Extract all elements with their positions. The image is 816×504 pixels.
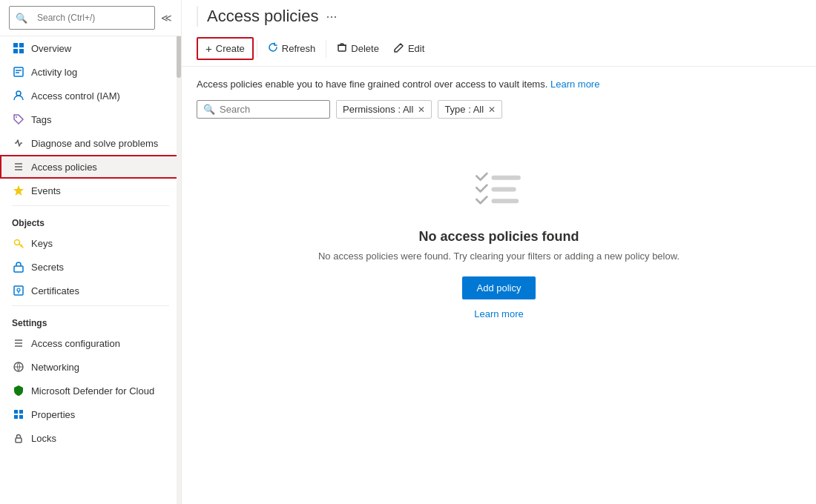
svg-rect-23 — [14, 415, 18, 419]
svg-point-15 — [17, 288, 20, 291]
sidebar-item-label-secrets: Secrets — [31, 262, 64, 273]
sidebar-item-locks[interactable]: Locks — [0, 426, 181, 450]
sidebar-item-access-policies[interactable]: Access policies — [0, 155, 181, 179]
tags-icon — [12, 113, 25, 126]
svg-rect-2 — [13, 49, 18, 53]
filter-search-input[interactable] — [220, 104, 323, 115]
diagnose-icon — [12, 136, 25, 150]
edit-label: Edit — [408, 43, 424, 54]
sidebar-item-overview[interactable]: Overview — [0, 36, 181, 60]
page-title-row: Access policies ··· — [197, 6, 801, 27]
add-policy-button[interactable]: Add policy — [462, 276, 536, 299]
sidebar-search-input[interactable] — [31, 10, 148, 26]
locks-icon — [12, 431, 25, 445]
info-text: Access policies enable you to have fine … — [197, 79, 801, 90]
sidebar-item-secrets[interactable]: Secrets — [0, 255, 181, 279]
svg-rect-14 — [14, 286, 23, 295]
sidebar-item-label-overview: Overview — [31, 43, 71, 54]
empty-state-subtitle: No access policies were found. Try clear… — [318, 251, 680, 262]
sidebar-scrollbar[interactable] — [177, 30, 181, 504]
sidebar-search-container: 🔍 ≪ — [0, 0, 181, 36]
svg-rect-13 — [14, 266, 23, 272]
page-title: Access policies — [207, 7, 318, 26]
page-title-divider — [197, 6, 198, 27]
svg-rect-1 — [19, 43, 24, 47]
sidebar-item-activity-log[interactable]: Activity log — [0, 60, 181, 84]
content-body: Access policies enable you to have fine … — [182, 67, 816, 504]
refresh-label: Refresh — [282, 43, 316, 54]
sidebar-item-properties[interactable]: Properties — [0, 402, 181, 426]
sidebar-item-label-certificates: Certificates — [31, 285, 79, 296]
svg-rect-25 — [16, 438, 22, 442]
svg-rect-26 — [338, 45, 346, 51]
svg-point-7 — [16, 91, 21, 96]
sidebar-item-defender[interactable]: Microsoft Defender for Cloud — [0, 379, 181, 402]
page-header: Access policies ··· + Create Refresh — [182, 0, 816, 67]
refresh-button[interactable]: Refresh — [260, 39, 323, 59]
sidebar-collapse-button[interactable]: ≪ — [161, 12, 172, 24]
svg-rect-24 — [19, 415, 23, 419]
create-label: Create — [216, 43, 245, 54]
overview-icon — [12, 42, 25, 55]
create-button[interactable]: + Create — [197, 37, 254, 60]
sidebar-item-keys[interactable]: Keys — [0, 231, 181, 255]
svg-rect-0 — [13, 43, 18, 47]
refresh-icon — [268, 42, 278, 55]
filter-tag-permissions: Permissions : All ✕ — [336, 100, 432, 119]
sidebar-item-tags[interactable]: Tags — [0, 107, 181, 131]
sidebar-item-events[interactable]: Events — [0, 179, 181, 202]
svg-point-8 — [16, 116, 17, 118]
activity-log-icon — [12, 65, 25, 79]
create-icon: + — [205, 42, 212, 55]
toolbar-separator-1 — [257, 40, 257, 58]
sidebar-item-label-locks: Locks — [31, 433, 56, 444]
networking-icon — [12, 360, 25, 374]
properties-icon — [12, 408, 25, 421]
sidebar-item-label-activity-log: Activity log — [31, 67, 77, 78]
delete-button[interactable]: Delete — [329, 39, 386, 59]
delete-label: Delete — [351, 43, 379, 54]
filter-permissions-close[interactable]: ✕ — [418, 105, 425, 114]
filter-permissions-label: Permissions : All — [343, 104, 413, 115]
sidebar-item-label-defender: Microsoft Defender for Cloud — [31, 385, 154, 397]
filter-bar: 🔍 Permissions : All ✕ Type : All ✕ — [197, 100, 801, 119]
sidebar-search-icon: 🔍 — [16, 13, 27, 24]
svg-rect-3 — [19, 49, 24, 53]
certificates-icon — [12, 284, 25, 297]
toolbar-separator-2 — [326, 40, 326, 58]
learn-more-link-empty[interactable]: Learn more — [474, 308, 523, 319]
sidebar-item-label-events: Events — [31, 185, 61, 196]
empty-state: No access policies found No access polic… — [197, 133, 801, 349]
keys-icon — [12, 236, 25, 250]
sidebar-item-access-control[interactable]: Access control (IAM) — [0, 84, 181, 107]
delete-icon — [337, 42, 347, 55]
filter-type-label: Type : All — [444, 104, 484, 115]
sidebar-item-access-config[interactable]: Access configuration — [0, 331, 181, 355]
svg-rect-28 — [491, 176, 520, 180]
sidebar-item-label-networking: Networking — [31, 362, 79, 373]
edit-icon — [394, 42, 404, 55]
filter-search-icon: 🔍 — [203, 104, 215, 115]
access-control-icon — [12, 89, 25, 102]
sidebar-item-diagnose[interactable]: Diagnose and solve problems — [0, 131, 181, 155]
more-options-icon[interactable]: ··· — [326, 9, 337, 24]
section-divider-objects — [12, 205, 169, 206]
edit-button[interactable]: Edit — [386, 39, 432, 59]
svg-rect-21 — [14, 410, 18, 414]
filter-type-close[interactable]: ✕ — [488, 105, 496, 114]
access-policies-icon — [12, 160, 25, 173]
content-area: Access policies ··· + Create Refresh — [182, 0, 816, 504]
filter-tag-type: Type : All ✕ — [438, 100, 502, 119]
sidebar-item-certificates[interactable]: Certificates — [0, 279, 181, 302]
sidebar-item-networking[interactable]: Networking — [0, 355, 181, 379]
filter-search-container[interactable]: 🔍 — [197, 100, 330, 119]
toolbar: + Create Refresh Delete — [197, 33, 801, 66]
learn-more-link-header[interactable]: Learn more — [550, 79, 599, 90]
events-icon — [12, 184, 25, 197]
secrets-icon — [12, 260, 25, 273]
section-divider-settings — [12, 305, 169, 306]
sidebar-item-label-diagnose: Diagnose and solve problems — [31, 138, 158, 149]
sidebar-item-label-keys: Keys — [31, 238, 53, 249]
svg-rect-22 — [19, 410, 23, 414]
sidebar-item-label-access-control: Access control (IAM) — [31, 90, 120, 102]
